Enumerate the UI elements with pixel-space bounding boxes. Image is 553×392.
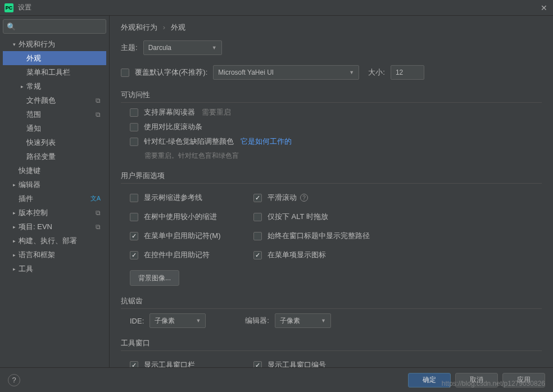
sidebar-item-5[interactable]: 范围⧉ (3, 107, 106, 121)
chevron-right-icon: ▸ (11, 210, 17, 216)
background-image-button[interactable]: 背景图像... (130, 270, 179, 286)
toolwindow-grid: 显示工具窗口栏 显示工具窗口编号 (121, 355, 542, 367)
uiopt-left-0: 显示树缩进参考线 (130, 193, 244, 203)
sidebar-item-2[interactable]: 菜单和工具栏 (3, 65, 106, 79)
sidebar-item-1[interactable]: 外观 (3, 51, 106, 65)
toolbar-bars-label: 显示工具窗口栏 (144, 360, 195, 367)
contrast-scroll-label: 使用对比度滚动条 (144, 122, 202, 132)
sidebar: 🔍 ▾外观和行为外观菜单和工具栏▸常规文件颜色⧉范围⧉通知快速列表路径变量快捷键… (0, 16, 110, 367)
font-size-label: 大小: (368, 67, 385, 78)
chevron-right-icon: ▸ (19, 84, 25, 89)
redgreen-checkbox[interactable] (130, 138, 138, 146)
sidebar-item-7[interactable]: 快速列表 (3, 135, 106, 149)
how-it-works-link[interactable]: 它是如何工作的 (241, 136, 292, 147)
uiopt-label: 显示树缩进参考线 (144, 193, 202, 203)
ui-options-grid: 显示树缩进参考线平滑滚动?在树中使用较小的缩进仅按下 ALT 时拖放在菜单中启用… (121, 188, 542, 265)
sidebar-item-14[interactable]: ▸构建、执行、部署 (3, 234, 106, 248)
sidebar-item-label: 项目: EVN (19, 222, 52, 232)
toolbar-bars-checkbox[interactable] (130, 361, 138, 368)
font-override-row: 覆盖默认字体(不推荐): Microsoft YaHei UI▼ 大小: (121, 65, 542, 80)
window-title: 设置 (18, 3, 31, 12)
uiopt-checkbox[interactable] (253, 232, 262, 240)
help-icon[interactable]: ? (300, 194, 308, 202)
uiopt-checkbox[interactable] (253, 251, 262, 259)
contrast-scroll-checkbox[interactable] (130, 123, 138, 131)
chevron-down-icon: ▾ (11, 42, 17, 47)
breadcrumb: 外观和行为 › 外观 (121, 22, 542, 33)
sidebar-item-12[interactable]: ▸版本控制⧉ (3, 206, 106, 220)
sidebar-item-label: 路径变量 (26, 152, 56, 162)
breadcrumb-sep: › (163, 23, 165, 31)
uiopt-label: 平滑滚动 (268, 193, 297, 203)
sidebar-item-label: 编辑器 (19, 180, 40, 190)
breadcrumb-root[interactable]: 外观和行为 (121, 23, 157, 31)
redgreen-label: 针对红-绿色觉缺陷调整颜色 (144, 136, 234, 147)
theme-label: 主题: (121, 43, 138, 53)
main-area: 🔍 ▾外观和行为外观菜单和工具栏▸常规文件颜色⧉范围⧉通知快速列表路径变量快捷键… (0, 16, 553, 367)
sidebar-item-16[interactable]: ▸工具 (3, 262, 106, 276)
sidebar-item-label: 语言和框架 (19, 250, 55, 260)
antialias-head: 抗锯齿 (121, 296, 542, 309)
screen-reader-checkbox[interactable] (130, 108, 138, 117)
search-icon: 🔍 (7, 22, 16, 31)
toolbar-numbers-checkbox[interactable] (253, 361, 262, 368)
antialias-row: IDE: 子像素▼ 编辑器: 子像素▼ (130, 313, 542, 328)
sidebar-item-8[interactable]: 路径变量 (3, 149, 106, 163)
sidebar-item-10[interactable]: ▸编辑器 (3, 177, 106, 192)
sidebar-item-11[interactable]: 插件文A (3, 192, 106, 206)
redgreen-subhint: 需要重启。针对红色盲和绿色盲 (144, 151, 542, 161)
editor-aa-label: 编辑器: (245, 316, 269, 326)
content-panel: 外观和行为 › 外观 主题: Darcula▼ 覆盖默认字体(不推荐): Mic… (110, 16, 553, 367)
help-button[interactable]: ? (8, 374, 20, 386)
uiopt-left-2: 在菜单中启用助记符(M) (130, 231, 244, 241)
settings-tree: ▾外观和行为外观菜单和工具栏▸常规文件颜色⧉范围⧉通知快速列表路径变量快捷键▸编… (3, 37, 106, 367)
sidebar-item-label: 通知 (26, 124, 41, 134)
sidebar-item-3[interactable]: ▸常规 (3, 79, 106, 93)
sidebar-item-label: 范围 (26, 110, 41, 120)
toolbar-bars-row: 显示工具窗口栏 (130, 360, 244, 367)
accessibility-head: 可访问性 (121, 90, 542, 103)
uiopt-checkbox[interactable] (130, 251, 138, 259)
search-input[interactable] (18, 22, 102, 30)
font-size-input[interactable] (391, 65, 424, 80)
uiopt-checkbox[interactable] (130, 194, 138, 202)
sidebar-item-15[interactable]: ▸语言和框架 (3, 248, 106, 262)
apply-button[interactable]: 应用 (502, 373, 545, 388)
translate-icon: 文A (90, 194, 101, 203)
sidebar-item-9[interactable]: 快捷键 (3, 163, 106, 177)
uiopt-label: 在树中使用较小的缩进 (144, 212, 217, 222)
copy-icon: ⧉ (96, 209, 101, 217)
uiopt-checkbox[interactable] (253, 213, 262, 221)
search-box[interactable]: 🔍 (3, 19, 106, 34)
sidebar-item-0[interactable]: ▾外观和行为 (3, 37, 106, 51)
editor-aa-select[interactable]: 子像素▼ (275, 313, 331, 328)
sidebar-item-label: 插件 (19, 194, 33, 204)
uiopt-right-1: 仅按下 ALT 时拖放 (253, 212, 413, 222)
theme-row: 主题: Darcula▼ (121, 40, 542, 55)
copy-icon: ⧉ (96, 223, 101, 231)
sidebar-item-4[interactable]: 文件颜色⧉ (3, 93, 106, 107)
footer: ? 确定 取消 应用 (0, 367, 553, 392)
ok-button[interactable]: 确定 (408, 373, 451, 388)
uiopt-checkbox[interactable] (130, 232, 138, 240)
app-icon: PC (4, 3, 13, 12)
close-icon[interactable]: ✕ (541, 3, 547, 12)
font-family-select[interactable]: Microsoft YaHei UI▼ (213, 65, 359, 80)
sidebar-item-6[interactable]: 通知 (3, 121, 106, 135)
sidebar-item-label: 版本控制 (19, 208, 48, 218)
uiopt-checkbox[interactable] (253, 194, 262, 202)
chevron-right-icon: ▸ (11, 238, 17, 244)
uiopt-right-0: 平滑滚动? (253, 193, 413, 203)
screen-reader-hint: 需要重启 (202, 107, 231, 117)
uiopt-right-3: 在菜单项显示图标 (253, 250, 413, 260)
ide-aa-select[interactable]: 子像素▼ (149, 313, 206, 328)
cancel-button[interactable]: 取消 (455, 373, 498, 388)
theme-select[interactable]: Darcula▼ (143, 40, 222, 55)
font-override-checkbox[interactable] (121, 69, 129, 77)
sidebar-item-13[interactable]: ▸项目: EVN⧉ (3, 220, 106, 234)
sidebar-item-label: 快捷键 (19, 166, 40, 176)
uiopt-checkbox[interactable] (130, 213, 138, 221)
uiopt-label: 始终在窗口标题中显示完整路径 (268, 231, 370, 241)
chevron-right-icon: ▸ (11, 252, 17, 258)
sidebar-item-label: 外观 (26, 53, 41, 63)
